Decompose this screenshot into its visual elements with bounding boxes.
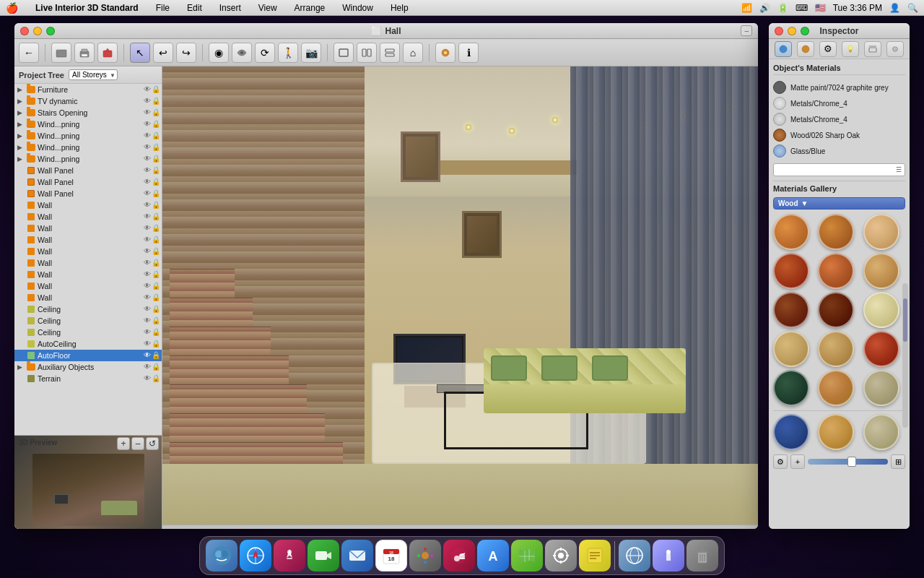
tree-toggle[interactable]: ▶ (17, 109, 26, 116)
tree-toggle[interactable]: ▶ (17, 132, 26, 139)
arrange-menu[interactable]: Arrange (292, 1, 328, 14)
tree-item-wall7[interactable]: Wall 👁🔒 (14, 269, 162, 280)
tree-item-wall6[interactable]: Wall 👁🔒 (14, 257, 162, 269)
mat-swatch-3[interactable] (773, 253, 809, 289)
open-button[interactable] (51, 43, 71, 63)
slider-thumb[interactable] (847, 457, 856, 467)
camera-tool[interactable]: ⟳ (255, 43, 275, 63)
tree-item-wall5[interactable]: Wall 👁🔒 (14, 246, 162, 257)
zoom-out-button[interactable]: – (131, 437, 144, 450)
tree-item-wallpanel1[interactable]: Wall Panel 👁🔒 (14, 165, 162, 176)
dock-item-finder[interactable] (206, 540, 237, 571)
zoom-in-button[interactable]: + (117, 437, 130, 450)
inspector-tab-extra[interactable] (886, 41, 904, 57)
mat-swatch-b0[interactable] (773, 414, 809, 450)
minimize-button[interactable] (33, 27, 42, 35)
gallery-settings-button[interactable]: ⚙ (773, 454, 788, 469)
mat-swatch-1[interactable] (818, 214, 854, 250)
gallery-dropdown-wrapper[interactable]: Wood ▼ (773, 197, 905, 210)
view-split-v[interactable] (357, 43, 377, 63)
mat-swatch-11[interactable] (863, 331, 899, 367)
mat-swatch-12[interactable] (773, 370, 809, 406)
inspector-scroll-thumb[interactable] (903, 298, 907, 342)
mat-swatch-8[interactable] (863, 292, 899, 328)
tree-item-ceiling3[interactable]: Ceiling 👁🔒 (14, 327, 162, 338)
help-menu[interactable]: Help (388, 1, 411, 14)
snapshot-tool[interactable]: 📷 (301, 43, 321, 63)
tree-item-auxiliary[interactable]: ▶ Auxiliary Objects 👁🔒 (14, 361, 162, 373)
viewport-bottom[interactable] (162, 525, 758, 529)
tree-toggle[interactable]: ▶ (17, 121, 26, 128)
user-icon[interactable]: 👤 (889, 3, 900, 13)
search-menu-button[interactable]: ☰ (896, 166, 902, 173)
info-button[interactable]: ℹ (458, 43, 479, 63)
gallery-view-button[interactable]: ⊞ (891, 454, 905, 469)
tree-item-autofloor[interactable]: AutoFloor 👁🔒 (14, 350, 162, 361)
mat-swatch-10[interactable] (818, 331, 854, 367)
search-icon[interactable]: 🔍 (907, 3, 918, 13)
material-row-5[interactable]: Glass/Blue (773, 143, 905, 159)
tree-item-window2[interactable]: ▶ Wind...pning 👁🔒 (14, 130, 162, 142)
select-tool[interactable]: ↖ (130, 43, 150, 63)
tree-item-window1[interactable]: ▶ Wind...pning 👁🔒 (14, 118, 162, 130)
tree-item-ceiling1[interactable]: Ceiling 👁🔒 (14, 303, 162, 315)
inspector-tab-object[interactable] (775, 41, 792, 57)
tree-toggle[interactable]: ▶ (17, 86, 26, 93)
mat-swatch-6[interactable] (773, 292, 809, 328)
inspector-scroll-rail[interactable] (902, 283, 908, 428)
view-menu[interactable]: View (256, 1, 280, 14)
edit-menu[interactable]: Edit (184, 1, 205, 14)
file-menu[interactable]: File (153, 1, 173, 14)
inspector-search[interactable]: ☰ (773, 163, 905, 176)
tree-toggle[interactable]: ▶ (17, 98, 26, 105)
inspector-minimize-button[interactable] (788, 27, 796, 35)
mat-swatch-7[interactable] (818, 292, 854, 328)
reset-view-button[interactable]: ↺ (146, 437, 159, 450)
dock-item-safari[interactable] (240, 540, 271, 571)
redo-button[interactable]: ↪ (176, 43, 196, 63)
tree-toggle[interactable]: ▶ (17, 144, 26, 151)
inspector-tab-light[interactable] (842, 41, 859, 57)
tree-item-furniture[interactable]: ▶ Furniture 👁 🔒 (14, 84, 162, 95)
tree-item-autoceiling[interactable]: AutoCeiling 👁🔒 (14, 338, 162, 350)
person-tool[interactable]: 🚶 (278, 43, 298, 63)
tree-item-wall9[interactable]: Wall 👁🔒 (14, 292, 162, 303)
mat-swatch-9[interactable] (773, 331, 809, 367)
insert-menu[interactable]: Insert (217, 1, 244, 14)
print-button[interactable] (74, 43, 95, 63)
undo-button[interactable]: ↩ (153, 43, 173, 63)
material-row-4[interactable]: Wood/026 Sharp Oak (773, 127, 905, 143)
mat-swatch-2[interactable] (863, 214, 899, 250)
volume-icon[interactable]: 🔊 (759, 3, 770, 13)
material-row-2[interactable]: Metals/Chrome_4 (773, 95, 905, 111)
inspector-tab-dims[interactable] (864, 41, 881, 57)
share-button[interactable] (97, 43, 118, 63)
inspector-maximize-button[interactable] (801, 27, 809, 35)
mat-swatch-b2[interactable] (863, 414, 899, 450)
tree-item-window3[interactable]: ▶ Wind...pning 👁🔒 (14, 142, 162, 153)
material-row-3[interactable]: Metals/Chrome_4 (773, 111, 905, 127)
search-input[interactable] (777, 166, 896, 174)
close-button[interactable] (20, 27, 29, 35)
tree-item-wall1[interactable]: Wall 👁🔒 (14, 199, 162, 211)
mat-swatch-14[interactable] (863, 370, 899, 406)
render-button[interactable] (435, 43, 456, 63)
mat-swatch-13[interactable] (818, 370, 854, 406)
window-menu[interactable]: Window (339, 1, 376, 14)
wifi-icon[interactable]: 📶 (741, 3, 752, 13)
dock-item-itunes[interactable] (443, 540, 475, 571)
tree-item-tv[interactable]: ▶ TV dynamic 👁🔒 (14, 95, 162, 107)
inspector-content[interactable]: Object's Materials Matte paint/7024 grap… (769, 59, 910, 529)
mat-swatch-0[interactable] (773, 214, 809, 250)
flag-icon[interactable]: 🇺🇸 (815, 3, 826, 13)
inspector-close-button[interactable] (775, 27, 783, 35)
mat-swatch-b1[interactable] (818, 414, 854, 450)
gallery-category-dropdown[interactable]: Wood ▼ (773, 197, 905, 210)
tree-item-wall4[interactable]: Wall 👁🔒 (14, 234, 162, 246)
dock-item-photos[interactable] (409, 540, 441, 571)
dock-item-calendar[interactable]: 1818 (375, 540, 407, 571)
gallery-add-button[interactable]: + (790, 454, 805, 469)
mat-swatch-4[interactable] (818, 253, 854, 289)
tree-item-wallpanel3[interactable]: Wall Panel 👁🔒 (14, 188, 162, 199)
dock-item-launchpad[interactable] (274, 540, 305, 571)
